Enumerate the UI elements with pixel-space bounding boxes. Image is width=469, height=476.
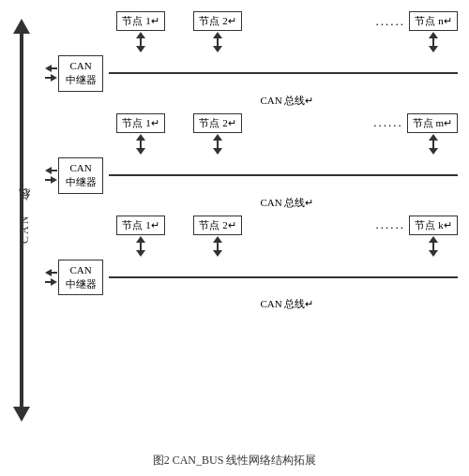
bus-label-bot: CAN 总线↵ [116, 297, 458, 311]
repeater-bus-row-bot: CAN 中继器 [45, 260, 458, 296]
node-arrows-mid [116, 133, 458, 157]
arrow-up-icon [13, 19, 30, 34]
arrow-up-icon [136, 32, 145, 38]
node-arrows-bot [116, 235, 458, 260]
node-box: 节点 2↵ [193, 113, 242, 133]
bus-label-top: CAN 总线↵ [116, 94, 458, 108]
bus-line [109, 72, 458, 74]
repeater-box: CAN 中继器 [58, 260, 103, 296]
node-box: 节点 1↵ [116, 216, 165, 235]
repeater-box: CAN 中继器 [58, 55, 103, 92]
main-diagram: 节点 1↵ 节点 2↵ ...... 节点 n↵ [45, 11, 458, 311]
segment-bot: 节点 1↵ 节点 2↵ ...... 节点 k↵ [45, 216, 458, 312]
page: CAN 总线 节点 1↵ 节点 2↵ ...... 节点 n↵ [0, 0, 469, 476]
repeater-box: CAN 中继器 [58, 157, 103, 194]
node-arrows-top [116, 31, 458, 55]
nodes-row-top: 节点 1↵ 节点 2↵ ...... 节点 n↵ [116, 11, 458, 31]
repeater-bus-row-top: CAN 中继器 [45, 55, 458, 92]
node-box: 节点 n↵ [409, 11, 458, 31]
nodes-row-mid: 节点 1↵ 节点 2↵ ...... 节点 m↵ [116, 113, 458, 133]
arrow-down-icon [13, 407, 30, 422]
h-arrows [45, 65, 57, 82]
node-box: 节点 k↵ [409, 216, 458, 235]
left-bus-label: CAN 总线 [17, 47, 33, 403]
segment-mid: 节点 1↵ 节点 2↵ ...... 节点 m↵ [45, 113, 458, 210]
bus-label-mid: CAN 总线↵ [116, 196, 458, 210]
segment-top: 节点 1↵ 节点 2↵ ...... 节点 n↵ [45, 11, 458, 108]
node-box: 节点 1↵ [116, 113, 165, 133]
node-box: 节点 m↵ [407, 113, 458, 133]
node-arrow [409, 31, 458, 55]
node-box: 节点 2↵ [193, 216, 242, 235]
node-box: 节点 1↵ [116, 11, 165, 31]
nodes-row-bot: 节点 1↵ 节点 2↵ ...... 节点 k↵ [116, 216, 458, 235]
arrow-down-icon [136, 46, 145, 52]
node-arrow [193, 31, 242, 55]
node-box: 节点 2↵ [193, 11, 242, 31]
node-arrow [116, 31, 165, 55]
repeater-bus-row-mid: CAN 中继器 [45, 157, 458, 194]
figure-caption: 图2 CAN_BUS 线性网络结构拓展 [0, 453, 469, 469]
